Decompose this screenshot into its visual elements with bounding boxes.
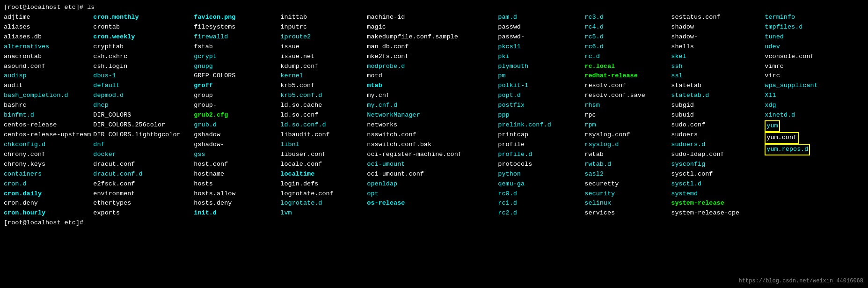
list-item: ld.so.cache: [280, 101, 365, 111]
list-item: libaudit.conf: [280, 130, 365, 140]
list-item: inputrc: [280, 22, 365, 32]
list-item: sudo-ldap.conf: [671, 150, 762, 160]
column-6: rc3.drc4.drc5.drc6.drc.drc.localredhat-r…: [584, 13, 671, 218]
list-item: oci-umount: [367, 160, 496, 170]
list-item: binfmt.d: [4, 111, 91, 120]
list-item: tmpfiles.d: [765, 22, 842, 32]
list-item: docker: [93, 150, 191, 160]
list-item: ssl: [671, 71, 762, 81]
list-item: passwd-: [498, 32, 582, 42]
list-item: modprobe.d: [367, 62, 496, 72]
list-item: ethertypes: [93, 199, 191, 208]
column-1: cron.monthlycrontabcron.weeklycrypttabcs…: [93, 13, 194, 218]
list-item: inittab: [280, 13, 365, 22]
list-item: printcap: [498, 130, 582, 140]
list-item: rsyslog.d: [584, 140, 669, 150]
list-item: plymouth: [498, 62, 582, 72]
list-item: sestatus.conf: [671, 13, 762, 22]
list-item: rpm: [584, 120, 669, 130]
list-item: dnf: [93, 140, 191, 150]
list-item: services: [584, 208, 669, 218]
list-item: wpa_supplicant: [765, 81, 842, 91]
list-item: statetab: [671, 81, 762, 91]
list-item: rc1.d: [498, 199, 582, 208]
list-item: terminfo: [765, 13, 842, 22]
column-0: adjtimealiasesaliases.dbalternativesanac…: [4, 13, 93, 218]
list-item: filesystems: [194, 22, 278, 32]
list-item: kernel: [280, 71, 365, 81]
column-5: pam.dpasswdpasswd-pkcs11pkiplymouthpmpol…: [498, 13, 584, 218]
list-item: group-: [194, 101, 278, 111]
list-item: dhcp: [93, 101, 191, 111]
list-item: chrony.keys: [4, 160, 91, 170]
column-8: terminfotmpfiles.dtunedudevvconsole.conf…: [765, 13, 844, 218]
list-item: qemu-ga: [498, 179, 582, 189]
list-item: selinux: [584, 199, 669, 208]
list-item: grub2.cfg: [194, 111, 278, 120]
list-item: rwtab.d: [584, 160, 669, 170]
list-item: gshadow: [194, 130, 278, 140]
list-item: rc2.d: [498, 208, 582, 218]
list-item: bashrc: [4, 101, 91, 111]
list-item: hosts.deny: [194, 199, 278, 208]
list-item: yum: [765, 120, 842, 132]
list-item: DIR_COLORS.256color: [93, 120, 191, 130]
list-item: resolv.conf: [584, 81, 669, 91]
list-item: csh.login: [93, 62, 191, 72]
prompt-top: [root@localhost etc]# ls: [4, 3, 864, 13]
list-item: firewalld: [194, 32, 278, 42]
list-item: oci-umount.conf: [367, 170, 496, 179]
ls-output: adjtimealiasesaliases.dbalternativesanac…: [4, 13, 864, 218]
list-item: vconsole.conf: [765, 52, 842, 62]
list-item: host.conf: [194, 160, 278, 170]
list-item: resolv.conf.save: [584, 91, 669, 101]
list-item: oci-register-machine.conf: [367, 150, 496, 160]
list-item: makedumpfile.conf.sample: [367, 32, 496, 42]
list-item: rc5.d: [584, 32, 669, 42]
list-item: groff: [194, 81, 278, 91]
list-item: fstab: [194, 42, 278, 52]
list-item: security: [584, 189, 669, 199]
list-item: cron.daily: [4, 189, 91, 199]
list-item: machine-id: [367, 13, 496, 22]
list-item: networks: [367, 120, 496, 130]
list-item: chkconfig.d: [4, 140, 91, 150]
list-item: sudoers: [671, 130, 762, 140]
list-item: rwtab: [584, 150, 669, 160]
watermark: https://blog.csdn.net/weixin_44016068: [739, 278, 863, 284]
column-3: inittabinputrciproute2issueissue.netkdum…: [280, 13, 367, 218]
list-item: hosts.allow: [194, 189, 278, 199]
list-item: sasl2: [584, 170, 669, 179]
list-item: my.cnf.d: [367, 101, 496, 111]
list-item: rc6.d: [584, 42, 669, 52]
list-item: depmod.d: [93, 91, 191, 101]
list-item: ssh: [671, 62, 762, 72]
list-item: yum.repos.d: [765, 144, 842, 155]
list-item: mtab: [367, 81, 496, 91]
list-item: centos-release-upstream: [4, 130, 91, 140]
column-4: machine-idmagicmakedumpfile.conf.samplem…: [367, 13, 498, 218]
list-item: virc: [765, 71, 842, 81]
list-item: python: [498, 170, 582, 179]
list-item: iproute2: [280, 32, 365, 42]
list-item: rc0.d: [498, 189, 582, 199]
list-item: csh.cshrc: [93, 52, 191, 62]
list-item: logrotate.conf: [280, 189, 365, 199]
list-item: shadow: [671, 22, 762, 32]
list-item: polkit-1: [498, 81, 582, 91]
list-item: rsyslog.conf: [584, 130, 669, 140]
list-item: popt.d: [498, 91, 582, 101]
list-item: postfix: [498, 101, 582, 111]
list-item: cron.weekly: [93, 32, 191, 42]
list-item: login.defs: [280, 179, 365, 189]
list-item: rhsm: [584, 101, 669, 111]
list-item: aliases.db: [4, 32, 91, 42]
list-item: rc4.d: [584, 22, 669, 32]
list-item: ppp: [498, 111, 582, 120]
list-item: yum.conf: [765, 132, 842, 144]
list-item: cron.monthly: [93, 13, 191, 22]
list-item: pkcs11: [498, 42, 582, 52]
list-item: lvm: [280, 208, 365, 218]
list-item: my.cnf: [367, 91, 496, 101]
list-item: cron.deny: [4, 199, 91, 208]
